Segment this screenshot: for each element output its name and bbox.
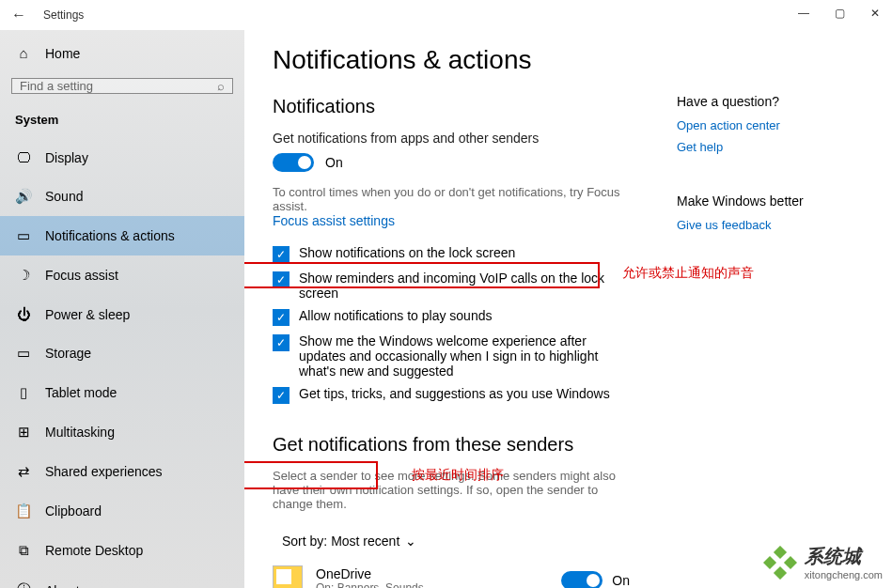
sort-label: Sort by: Most recent — [282, 534, 399, 549]
checkbox-icon[interactable] — [273, 334, 290, 351]
check-label: Show notifications on the lock screen — [299, 245, 515, 260]
sidebar-item-tablet[interactable]: ▯ Tablet mode — [0, 373, 244, 412]
feedback-link[interactable]: Give us feedback — [677, 218, 846, 232]
check-tips[interactable]: Get tips, tricks, and suggestions as you… — [273, 382, 630, 408]
svg-rect-2 — [784, 555, 797, 568]
sidebar-item-label: Clipboard — [45, 503, 102, 518]
toggle-state: On — [325, 155, 343, 170]
notifications-heading: Notifications — [273, 96, 630, 117]
sender-onedrive[interactable]: OneDrive On: Banners, Sounds On — [273, 565, 630, 588]
close-button[interactable]: ✕ — [864, 4, 886, 23]
sort-by-dropdown[interactable]: Sort by: Most recent ⌄ — [273, 528, 426, 554]
svg-rect-0 — [774, 546, 787, 559]
check-voip[interactable]: Show reminders and incoming VoIP calls o… — [273, 267, 630, 304]
sidebar-item-label: Multitasking — [45, 425, 115, 440]
checkbox-icon[interactable] — [273, 246, 290, 263]
sidebar-item-label: Power & sleep — [45, 307, 130, 322]
tablet-icon: ▯ — [15, 384, 32, 401]
get-notifications-label: Get notifications from apps and other se… — [273, 131, 630, 146]
sidebar-item-focus-assist[interactable]: ☽ Focus assist — [0, 255, 244, 295]
remote-icon: ⧉ — [15, 542, 32, 559]
display-icon: 🖵 — [15, 149, 32, 165]
check-label: Show reminders and incoming VoIP calls o… — [299, 271, 630, 301]
checkbox-icon[interactable] — [273, 271, 290, 288]
titlebar: ← Settings — ▢ ✕ — [0, 0, 892, 30]
sound-icon: 🔊 — [15, 188, 32, 205]
window-title: Settings — [43, 8, 84, 22]
sidebar-item-storage[interactable]: ▭ Storage — [0, 333, 244, 373]
clipboard-icon: 📋 — [15, 503, 32, 519]
about-icon: ⓘ — [15, 581, 32, 588]
sidebar-item-label: Shared experiences — [45, 464, 163, 479]
onedrive-icon — [273, 565, 303, 588]
check-lock-screen[interactable]: Show notifications on the lock screen — [273, 241, 630, 267]
back-icon[interactable]: ← — [11, 7, 26, 23]
home-icon: ⌂ — [15, 45, 32, 61]
check-label: Show me the Windows welcome experience a… — [299, 333, 630, 379]
page-title: Notifications & actions — [273, 45, 864, 75]
check-welcome[interactable]: Show me the Windows welcome experience a… — [273, 330, 630, 382]
get-help-link[interactable]: Get help — [677, 140, 846, 154]
search-input[interactable]: Find a setting ⌕ — [11, 78, 233, 94]
sender-name: OneDrive — [316, 566, 548, 581]
watermark-logo-icon — [763, 546, 797, 580]
shared-icon: ⇄ — [15, 463, 32, 480]
sidebar-item-remote[interactable]: ⧉ Remote Desktop — [0, 531, 244, 570]
power-icon: ⏻ — [15, 306, 32, 322]
sidebar-item-power[interactable]: ⏻ Power & sleep — [0, 295, 244, 333]
main-content: Notifications & actions Notifications Ge… — [244, 30, 892, 588]
svg-rect-3 — [774, 565, 787, 579]
annotation-text-sounds: 允许或禁止通知的声音 — [622, 265, 754, 282]
sidebar-item-label: Remote Desktop — [45, 543, 143, 558]
sender-sub: On: Banners, Sounds — [316, 581, 548, 588]
multitasking-icon: ⊞ — [15, 424, 32, 441]
sidebar-item-label: About — [45, 583, 80, 589]
search-placeholder: Find a setting — [20, 79, 217, 93]
svg-rect-1 — [763, 555, 776, 568]
maximize-button[interactable]: ▢ — [828, 4, 851, 23]
search-icon: ⌕ — [217, 79, 225, 93]
sidebar-item-label: Sound — [45, 189, 83, 204]
focus-hint: To control times when you do or don't ge… — [273, 185, 630, 213]
notifications-icon: ▭ — [15, 227, 32, 244]
check-label: Allow notifications to play sounds — [299, 308, 492, 323]
help-panel: Have a question? Open action center Get … — [677, 92, 846, 588]
window-controls: — ▢ ✕ — [792, 4, 886, 23]
sidebar-item-label: Display — [45, 150, 88, 165]
watermark: 系统城 xitongcheng.com — [763, 544, 883, 580]
sidebar-item-label: Storage — [45, 346, 91, 361]
sidebar-item-about[interactable]: ⓘ About — [0, 570, 244, 588]
open-action-center-link[interactable]: Open action center — [677, 118, 846, 132]
notifications-toggle[interactable] — [273, 153, 314, 172]
checkbox-icon[interactable] — [273, 387, 290, 404]
chevron-down-icon: ⌄ — [405, 534, 416, 549]
sender-state: On — [612, 573, 630, 588]
sidebar-item-label: Focus assist — [45, 268, 118, 283]
sidebar-home[interactable]: ⌂ Home — [0, 36, 244, 70]
make-better-heading: Make Windows better — [677, 193, 846, 209]
check-label: Get tips, tricks, and suggestions as you… — [299, 386, 610, 401]
sidebar: ⌂ Home Find a setting ⌕ System 🖵 Display… — [0, 30, 244, 588]
sidebar-item-display[interactable]: 🖵 Display — [0, 138, 244, 177]
watermark-url: xitongcheng.com — [805, 569, 883, 580]
sidebar-item-sound[interactable]: 🔊 Sound — [0, 177, 244, 216]
minimize-button[interactable]: — — [792, 4, 815, 23]
focus-assist-link[interactable]: Focus assist settings — [273, 213, 630, 228]
sidebar-item-multitasking[interactable]: ⊞ Multitasking — [0, 412, 244, 452]
annotation-text-sort: 按最近时间排序 — [412, 467, 504, 484]
sidebar-home-label: Home — [45, 46, 80, 61]
sidebar-item-label: Tablet mode — [45, 385, 117, 400]
focus-icon: ☽ — [15, 267, 32, 284]
sidebar-item-notifications[interactable]: ▭ Notifications & actions — [0, 216, 244, 255]
check-play-sounds[interactable]: Allow notifications to play sounds — [273, 304, 630, 330]
checkbox-icon[interactable] — [273, 309, 290, 326]
sidebar-item-clipboard[interactable]: 📋 Clipboard — [0, 491, 244, 531]
sidebar-category: System — [0, 107, 244, 138]
sidebar-item-shared[interactable]: ⇄ Shared experiences — [0, 452, 244, 491]
sidebar-item-label: Notifications & actions — [45, 228, 175, 243]
watermark-brand: 系统城 — [805, 544, 883, 569]
senders-heading: Get notifications from these senders — [273, 434, 630, 456]
sender-toggle[interactable] — [561, 571, 602, 588]
have-question-heading: Have a question? — [677, 94, 846, 109]
storage-icon: ▭ — [15, 345, 32, 362]
